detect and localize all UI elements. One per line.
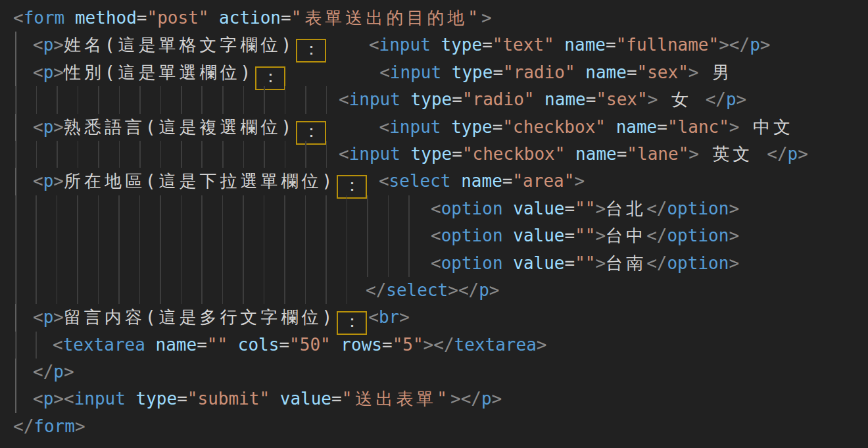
syntax-token: "radio" (503, 62, 575, 82)
syntax-token: </ (13, 416, 34, 436)
indent-guide (15, 32, 16, 59)
syntax-token: > (423, 335, 434, 355)
indent-guide (15, 359, 16, 386)
syntax-token (431, 35, 441, 55)
code-text: <textarea name="" cols="50" rows="5"></t… (53, 332, 546, 359)
syntax-token: input (379, 35, 431, 55)
syntax-token: textarea (454, 335, 537, 355)
syntax-token: = (452, 89, 462, 109)
syntax-token: "sex" (596, 89, 647, 109)
syntax-token: = (617, 144, 627, 164)
syntax-token: </ (366, 280, 386, 300)
syntax-token: 女 (658, 89, 705, 109)
syntax-token: 留言内容(這是多行文字欄位) (64, 307, 335, 327)
syntax-token: > (53, 117, 64, 137)
syntax-token: input (349, 89, 400, 109)
syntax-token: = (482, 35, 493, 55)
syntax-token: name (564, 35, 606, 55)
syntax-token: < (368, 307, 379, 327)
syntax-token: option (441, 226, 503, 245)
syntax-token: "" (207, 335, 228, 355)
syntax-token: = (279, 335, 289, 355)
syntax-token (400, 144, 411, 164)
syntax-token: > (729, 117, 740, 137)
code-editor: <form method="post" action="表單送出的目的地"><p… (0, 0, 868, 448)
syntax-token: > (798, 144, 808, 164)
syntax-token (208, 8, 219, 28)
code-text: </form> (13, 413, 85, 440)
syntax-token (606, 117, 616, 137)
code-text: <input type="checkbox" name="lane"> 英文 <… (339, 141, 808, 168)
syntax-token: </ (646, 199, 667, 218)
code-line: <input type="checkbox" name="lane"> 英文 <… (0, 141, 868, 168)
syntax-token: < (431, 253, 441, 273)
syntax-token: = (502, 171, 513, 191)
syntax-token: "checkbox" (462, 144, 566, 164)
syntax-token: </ (729, 35, 750, 55)
code-text: <input type="radio" name="sex"> 女 </p> (339, 86, 746, 113)
syntax-token (145, 335, 156, 355)
syntax-token: p (43, 389, 54, 409)
syntax-token: = (565, 199, 575, 218)
code-line: <option value="">台北</option> (0, 195, 868, 222)
code-text: <p>性別(這是單選欄位)： <input type="radio" name=… (33, 59, 733, 90)
syntax-token: = (565, 226, 575, 245)
syntax-token: "5" (393, 335, 423, 355)
syntax-token: p (43, 35, 54, 55)
code-line: <input type="radio" name="sex"> 女 </p> (0, 86, 868, 113)
syntax-token: < (431, 226, 441, 245)
syntax-token (64, 8, 75, 28)
syntax-token: input (349, 144, 400, 164)
code-line: <option value="">台南</option> (0, 250, 868, 277)
syntax-token: = (565, 253, 575, 273)
syntax-token: p (43, 117, 54, 137)
code-line: <p>留言内容(這是多行文字欄位)：<br> (0, 304, 868, 331)
syntax-token (503, 226, 514, 245)
syntax-token: > (399, 307, 410, 327)
syntax-token: p (788, 144, 798, 164)
syntax-token (368, 171, 379, 191)
syntax-token: input (74, 389, 126, 409)
syntax-token (503, 199, 514, 218)
syntax-token: name (585, 62, 627, 82)
syntax-token: value (280, 389, 331, 409)
syntax-token (126, 389, 136, 409)
syntax-token: < (33, 35, 43, 55)
syntax-token: "text" (493, 35, 554, 55)
syntax-token: input (389, 117, 441, 137)
indent-guide (15, 114, 16, 141)
code-text: <option value="">台中</option> (431, 222, 739, 249)
syntax-token: < (339, 89, 349, 109)
syntax-token: < (379, 171, 389, 191)
syntax-token: > (53, 171, 64, 191)
syntax-token: "post" (147, 8, 209, 28)
syntax-token (441, 62, 452, 82)
syntax-token: > (53, 389, 64, 409)
syntax-token: p (726, 89, 736, 109)
syntax-token (575, 62, 586, 82)
syntax-token: 台南 (606, 253, 646, 273)
syntax-token: </ (461, 389, 481, 409)
syntax-token: > (53, 35, 64, 55)
syntax-token: type (441, 35, 483, 55)
syntax-token: = (586, 89, 596, 109)
syntax-token: </ (706, 89, 726, 109)
syntax-token: > (448, 280, 458, 300)
indent-guide (15, 304, 16, 331)
syntax-token: 性別(這是單選欄位) (64, 62, 254, 82)
syntax-token: 姓名(這是單格文字欄位) (64, 35, 295, 55)
syntax-token: = (606, 35, 616, 55)
syntax-token: = (177, 389, 187, 409)
code-line: <option value="">台中</option> (0, 222, 868, 249)
syntax-token: type (411, 89, 452, 109)
syntax-token: < (13, 8, 24, 28)
syntax-token: p (43, 307, 54, 327)
syntax-token (270, 389, 280, 409)
syntax-token: name (575, 144, 617, 164)
syntax-token: method (75, 8, 137, 28)
code-line: <p>熟悉語言(這是複選欄位)： <input type="checkbox" … (0, 114, 868, 141)
syntax-token: action (219, 8, 281, 28)
syntax-token: "50" (289, 335, 331, 355)
syntax-token: > (595, 199, 606, 218)
syntax-token: < (53, 335, 63, 355)
